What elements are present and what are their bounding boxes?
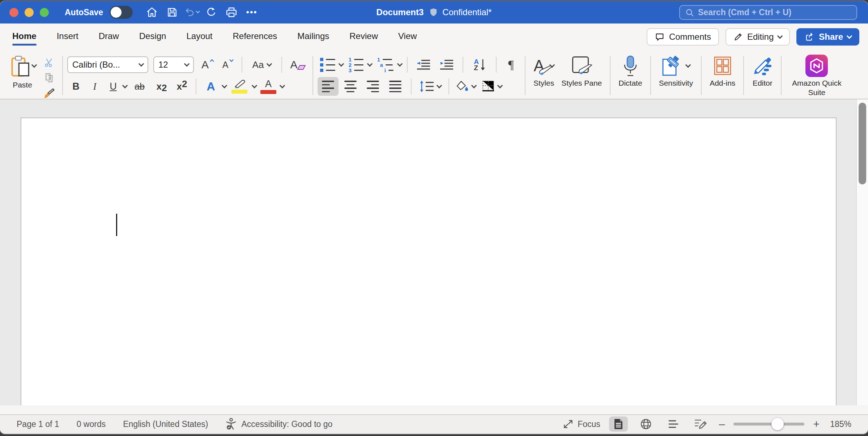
markup-view-button[interactable]: [692, 416, 710, 432]
tab-draw[interactable]: Draw: [99, 26, 119, 48]
show-paragraph-marks-button[interactable]: ¶: [502, 56, 520, 73]
change-case-button[interactable]: Aa: [247, 56, 277, 73]
divider: [242, 57, 242, 73]
zoom-window-button[interactable]: [40, 8, 49, 17]
copy-button[interactable]: [41, 71, 58, 84]
shrink-font-button[interactable]: A: [218, 56, 237, 73]
font-color-chevron-icon[interactable]: [280, 82, 285, 88]
accessibility-status[interactable]: Accessibility: Good to go: [225, 418, 332, 430]
tab-design[interactable]: Design: [139, 26, 166, 48]
cut-button[interactable]: [41, 56, 58, 69]
align-center-button[interactable]: [340, 77, 361, 96]
zoom-in-button[interactable]: +: [813, 419, 820, 429]
sort-button[interactable]: A Z: [468, 56, 491, 73]
format-painter-button[interactable]: [41, 86, 58, 99]
increase-indent-icon: [439, 59, 454, 71]
font-name-select[interactable]: Calibri (Bo...: [67, 56, 148, 73]
paste-chevron-icon[interactable]: [31, 62, 37, 68]
align-left-button[interactable]: [318, 77, 339, 96]
italic-button[interactable]: I: [86, 78, 103, 95]
autosave-toggle-knob: [111, 7, 122, 18]
more-commands-button[interactable]: •••: [243, 4, 260, 20]
editing-mode-button[interactable]: Editing: [726, 28, 790, 46]
chevron-down-icon: [471, 82, 477, 88]
redo-button[interactable]: [203, 4, 220, 20]
word-count-status[interactable]: 0 words: [77, 419, 106, 429]
tab-layout[interactable]: Layout: [186, 26, 212, 48]
strikethrough-button[interactable]: ab: [128, 78, 151, 95]
tab-insert[interactable]: Insert: [57, 26, 78, 48]
styles-button[interactable]: A Styles: [530, 52, 558, 99]
sensitivity-button[interactable]: Sensitivity: [655, 52, 697, 99]
vertical-scrollbar[interactable]: [856, 99, 868, 405]
tab-home[interactable]: Home: [12, 26, 37, 48]
save-icon[interactable]: [164, 4, 180, 20]
draft-view-button[interactable]: [664, 416, 683, 432]
text-effects-button[interactable]: A: [201, 77, 221, 96]
superscript-button[interactable]: x2: [173, 78, 191, 95]
tab-review[interactable]: Review: [349, 26, 378, 48]
zoom-slider-thumb[interactable]: [771, 418, 784, 430]
editor-button[interactable]: Editor: [748, 52, 776, 99]
tab-view[interactable]: View: [398, 26, 417, 48]
chevron-down-icon: [436, 82, 442, 88]
underline-button[interactable]: U: [105, 78, 122, 95]
shading-button[interactable]: [454, 77, 477, 96]
multilevel-list-chevron-icon[interactable]: [397, 61, 403, 67]
search-input[interactable]: [698, 8, 851, 17]
decrease-indent-button[interactable]: [413, 56, 434, 73]
tab-mailings[interactable]: Mailings: [297, 26, 329, 48]
document-page[interactable]: [21, 117, 837, 405]
language-status[interactable]: English (United States): [123, 419, 208, 429]
page-count-status[interactable]: Page 1 of 1: [17, 419, 59, 429]
scrollbar-thumb[interactable]: [859, 103, 866, 184]
justify-button[interactable]: [385, 77, 406, 96]
minimize-window-button[interactable]: [25, 8, 34, 17]
close-window-button[interactable]: [9, 8, 18, 17]
highlight-button[interactable]: [228, 77, 251, 96]
bullet-list-chevron-icon[interactable]: [339, 61, 344, 67]
tab-references[interactable]: References: [233, 26, 277, 48]
bullet-list-button[interactable]: [318, 56, 338, 73]
multilevel-list-button[interactable]: 1 a i: [373, 56, 396, 73]
search-bar[interactable]: [679, 5, 857, 20]
line-spacing-button[interactable]: [417, 77, 443, 96]
dictate-button[interactable]: Dictate: [615, 52, 646, 99]
print-layout-view-button[interactable]: [609, 416, 628, 432]
zoom-out-button[interactable]: –: [719, 419, 725, 429]
grow-font-button[interactable]: A: [198, 56, 217, 73]
share-button[interactable]: Share: [796, 28, 859, 46]
paste-button[interactable]: Paste: [5, 55, 40, 89]
print-icon[interactable]: [223, 4, 240, 20]
amazon-quick-suite-button[interactable]: Amazon Quick Suite: [786, 52, 847, 99]
numbered-list-button[interactable]: 1 2 3: [345, 56, 366, 73]
subscript-button[interactable]: x2: [152, 78, 171, 95]
highlight-chevron-icon[interactable]: [252, 82, 258, 88]
zoom-level[interactable]: 185%: [828, 419, 851, 429]
zoom-slider[interactable]: [733, 423, 804, 426]
align-right-button[interactable]: [362, 77, 383, 96]
sensitivity-label-badge[interactable]: Confidential*: [429, 7, 492, 17]
web-layout-view-button[interactable]: [637, 416, 655, 432]
addins-button[interactable]: Add-ins: [706, 52, 739, 99]
underline-chevron-icon[interactable]: [122, 82, 128, 88]
undo-chevron-icon[interactable]: [196, 9, 200, 13]
font-size-select[interactable]: 12: [153, 56, 194, 73]
home-icon[interactable]: [144, 4, 160, 20]
highlighter-icon: [231, 79, 247, 94]
undo-button[interactable]: [184, 7, 199, 18]
focus-mode-button[interactable]: Focus: [563, 419, 600, 429]
clear-formatting-button[interactable]: A: [286, 56, 308, 73]
comments-button[interactable]: Comments: [647, 28, 719, 46]
align-left-icon: [322, 81, 334, 92]
text-effects-chevron-icon[interactable]: [222, 82, 227, 88]
paste-clipboard-icon: [9, 55, 31, 78]
numbered-list-chevron-icon[interactable]: [367, 61, 373, 67]
bold-button[interactable]: B: [67, 78, 85, 95]
undo-icon: [184, 7, 196, 18]
font-color-button[interactable]: A: [258, 77, 279, 96]
styles-pane-button[interactable]: Styles Pane: [558, 52, 605, 99]
autosave-toggle[interactable]: [110, 6, 133, 19]
borders-button[interactable]: [479, 77, 504, 96]
increase-indent-button[interactable]: [436, 56, 458, 73]
